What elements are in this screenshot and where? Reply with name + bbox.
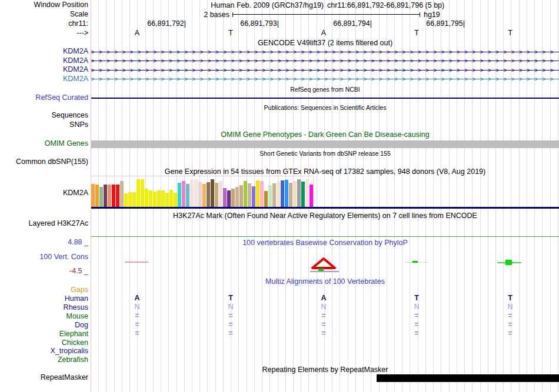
gtex-tissue-bar <box>211 179 214 207</box>
gtex-tissue-bar <box>227 190 231 207</box>
ruler-base-A: A <box>318 29 330 37</box>
ruler-coordinate: 66,891,793| <box>202 20 279 28</box>
gtex-tissue-bar <box>310 185 313 207</box>
gencode-transcript-kdm2a[interactable]: >>>>>>>>>>>>>>>>>>>>>>>>>>>>>>>>>>>>>>>>… <box>91 76 559 82</box>
multiz-dog-base: = <box>224 321 237 329</box>
left-label-100-vert-cons[interactable]: 100 Vert. Cons <box>0 253 88 261</box>
left-label-snps[interactable]: SNPs <box>0 121 88 129</box>
left-label-kdm2a[interactable]: KDM2A <box>0 48 88 55</box>
gtex-tissue-bar <box>104 185 107 207</box>
left-label-rhesus[interactable]: Rhesus <box>0 304 88 311</box>
gtex-tissue-bar <box>161 190 165 207</box>
multiz-mouse-base: = <box>504 312 517 320</box>
track-title-multiz-alignments-of-100-vertebrates[interactable]: Multiz Alignments of 100 Vertebrates <box>91 278 559 286</box>
multiz-elephant-base: = <box>224 330 237 337</box>
left-label-dog[interactable]: Dog <box>0 321 88 329</box>
left-label-kdm2a[interactable]: KDM2A <box>0 57 88 65</box>
track-title-short-genetic-variants-from-dbsnp-releas[interactable]: Short Genetic Variants from dbSNP releas… <box>91 150 559 158</box>
gtex-tissue-bar <box>128 192 132 207</box>
gtex-tissue-bar <box>244 181 247 207</box>
left-label-x-tropicalis[interactable]: X_tropicalis <box>0 347 88 355</box>
gtex-baseline <box>91 207 559 209</box>
gtex-tissue-bar <box>186 184 189 207</box>
gtex-tissue-bar <box>215 183 218 207</box>
phylop-negative-line <box>125 262 148 263</box>
left-label-window-position: Window Position <box>0 1 88 9</box>
gtex-tissue-bar <box>198 182 202 207</box>
left-label-layered-h3k27ac[interactable]: Layered H3K27Ac <box>0 220 88 227</box>
track-title-refseq-genes-from-ncbi[interactable]: RefSeq genes from NCBI <box>91 86 559 93</box>
track-title-gencode-v49lift37-2-items-filtered-out[interactable]: GENCODE V49lift37 (2 items filtered out) <box>91 39 559 47</box>
left-label-kdm2a[interactable]: KDM2A <box>0 75 88 83</box>
left-label-4-88: 4.88 _ <box>0 239 88 246</box>
left-label-gaps[interactable]: Gaps <box>0 286 88 294</box>
multiz-mouse-base: = <box>224 312 237 320</box>
multiz-mouse-base: = <box>131 312 144 320</box>
assembly-title: Human Feb. 2009 (GRCh37/hg19) <box>147 1 324 9</box>
multiz-human-base: T <box>504 294 517 302</box>
gtex-tissue-bar <box>248 183 251 207</box>
gencode-transcript-kdm2a[interactable]: >>>>>>>>>>>>>>>>>>>>>>>>>>>>>>>>>>>>>>>>… <box>91 49 559 55</box>
gtex-tissue-bar <box>124 193 128 207</box>
left-label-mouse[interactable]: Mouse <box>0 313 88 320</box>
track-title-omim-gene-phenotypes-dark-green-can-be-d[interactable]: OMIM Gene Phenotypes - Dark Green Can Be… <box>91 131 559 139</box>
gtex-tissue-bar <box>153 192 157 207</box>
gtex-tissue-bar <box>174 193 177 207</box>
gencode-transcript-kdm2a[interactable]: >>>>>>>>>>>>>>>>>>>>>>>>>>>>>>>>>>>>>>>>… <box>91 67 559 73</box>
left-label-common-dbsnp-155[interactable]: Common dbSNP(155) <box>0 158 88 166</box>
track-title-100-vertebrates-basewise-conservation-by[interactable]: 100 vertebrates Basewise Conservation by… <box>91 239 559 247</box>
gtex-expression-bars[interactable] <box>91 176 315 207</box>
gtex-tissue-bar <box>239 185 243 207</box>
gencode-transcript-kdm2a[interactable]: >>>>>>>>>>>>>>>>>>>>>>>>>>>>>>>>>>>>>>>>… <box>91 58 559 64</box>
multiz-human-base: A <box>317 294 330 302</box>
left-label-refseq-curated[interactable]: RefSeq Curated <box>0 94 88 102</box>
track-title-publications-sequences-in-scientific-art[interactable]: Publications: Sequences in Scientific Ar… <box>91 104 559 112</box>
multiz-mouse-base: = <box>317 312 330 320</box>
gtex-tissue-bar <box>169 190 173 207</box>
repeatmasker-element[interactable] <box>377 374 559 382</box>
gtex-tissue-bar <box>120 181 124 207</box>
gtex-tissue-bar <box>194 179 198 207</box>
left-label-chicken[interactable]: Chicken <box>0 339 88 347</box>
genome-browser-image[interactable]: Human Feb. 2009 (GRCh37/hg19) chr11:66,8… <box>0 0 559 392</box>
multiz-elephant-base: = <box>317 330 330 337</box>
left-label-sequences[interactable]: Sequences <box>0 112 88 119</box>
gtex-tissue-bar <box>165 193 169 207</box>
left-label-kdm2a[interactable]: KDM2A <box>0 189 88 197</box>
multiz-rhesus-base: N <box>224 303 237 311</box>
track-title-gene-expression-in-54-tissues-from-gtex-[interactable]: Gene Expression in 54 tissues from GTEx … <box>91 168 559 176</box>
multiz-rhesus-base: N <box>504 303 517 311</box>
gtex-tissue-bar <box>223 188 227 207</box>
gtex-tissue-bar <box>95 185 99 207</box>
left-label-kdm2a[interactable]: KDM2A <box>0 66 88 73</box>
gtex-tissue-bar <box>116 185 119 207</box>
gtex-tissue-bar <box>91 184 95 207</box>
left-label-elephant[interactable]: Elephant <box>0 330 88 338</box>
left-label-human[interactable]: Human <box>0 295 88 303</box>
gtex-tissue-bar <box>178 183 181 207</box>
track-title-repeating-elements-by-repeatmasker[interactable]: Repeating Elements by RepeatMasker <box>91 366 559 374</box>
multiz-dog-base: = <box>410 321 423 329</box>
ruler-base-T: T <box>411 29 422 37</box>
scale-bar <box>232 12 420 17</box>
refseq-curated-item[interactable] <box>91 98 559 99</box>
phylop-positive-tick <box>412 261 418 263</box>
transcript-line <box>91 61 559 61</box>
gtex-tissue-bar <box>301 182 305 207</box>
left-label-4-5: -4.5 _ <box>0 267 88 275</box>
left-label-omim-genes[interactable]: OMIM Genes <box>0 140 88 148</box>
gtex-tissue-bar <box>219 181 222 207</box>
track-title-h3k27ac-mark-often-found-near-active-reg[interactable]: H3K27Ac Mark (Often Found Near Active Re… <box>91 212 559 220</box>
multiz-dog-base: = <box>504 321 517 329</box>
omim-gene-item[interactable] <box>91 140 559 148</box>
phylop-positive-square <box>505 260 512 265</box>
gtex-tissue-bar <box>145 189 148 207</box>
gtex-tissue-bar <box>207 182 210 207</box>
gtex-tissue-bar <box>297 179 301 207</box>
window-position-text: chr11:66,891,792-66,891,796 (5 bp) <box>327 1 444 9</box>
gtex-tissue-bar <box>202 184 206 207</box>
gtex-tissue-bar <box>281 180 284 207</box>
left-label-repeatmasker[interactable]: RepeatMasker <box>0 374 88 381</box>
multiz-rhesus-base: N <box>131 303 144 311</box>
left-label-zebrafish[interactable]: Zebrafish <box>0 356 88 364</box>
